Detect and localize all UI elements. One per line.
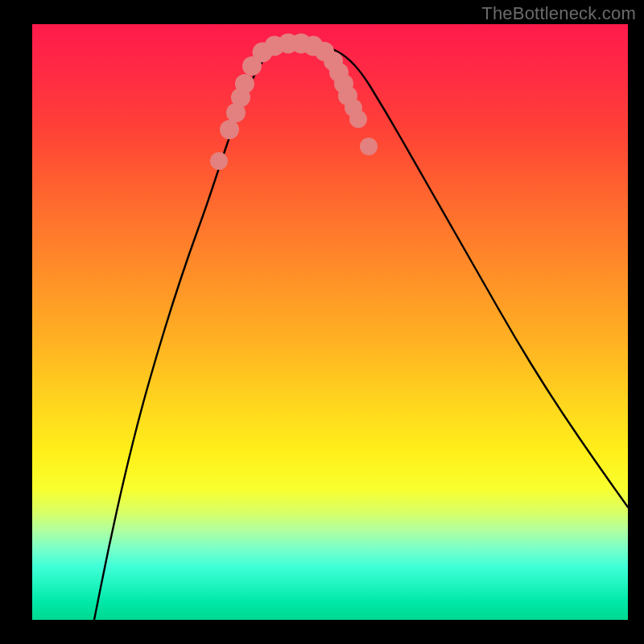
marker-dot <box>338 86 357 105</box>
chart-frame: TheBottleneck.com <box>0 0 644 644</box>
marker-dot <box>210 152 228 170</box>
chart-svg <box>32 24 628 620</box>
marker-group <box>210 34 378 171</box>
marker-dot <box>235 74 254 93</box>
marker-dot <box>360 138 378 155</box>
watermark-label: TheBottleneck.com <box>481 3 636 24</box>
plot-area <box>32 24 628 620</box>
marker-dot <box>220 120 239 139</box>
marker-dot <box>349 110 367 128</box>
